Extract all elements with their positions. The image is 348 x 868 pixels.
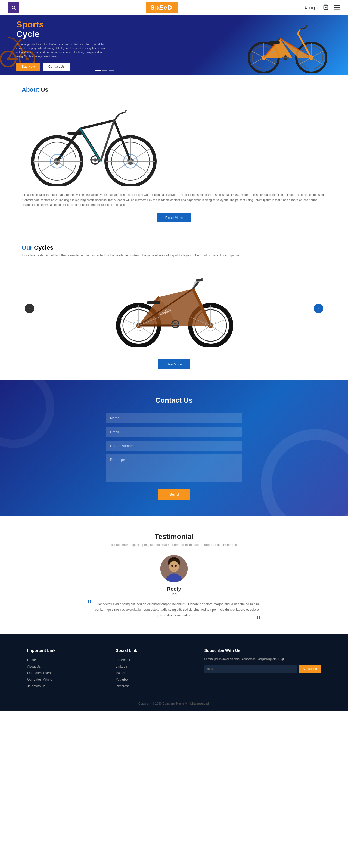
svg-line-110 xyxy=(211,317,231,326)
contact-email-input[interactable] xyxy=(106,427,242,437)
search-button[interactable] xyxy=(8,2,19,13)
svg-rect-4 xyxy=(334,5,340,6)
svg-point-2 xyxy=(305,6,307,8)
cycle-image: Voyijin xyxy=(106,269,242,348)
footer-important-title: Important Link xyxy=(27,648,105,653)
subscribe-email-input[interactable] xyxy=(204,665,297,673)
footer-link-pinterest[interactable]: Pinterest xyxy=(116,683,194,689)
footer-link-facebook[interactable]: Facebook xyxy=(116,657,194,663)
subscribe-row: Subscribe xyxy=(204,665,321,673)
testimonial-section: Testimonial consectetur adipiscing elit,… xyxy=(0,516,348,634)
cycles-section: Our Cycles It is a long established fact… xyxy=(0,233,348,380)
carousel-next-button[interactable]: › xyxy=(314,304,323,313)
footer-link-join[interactable]: Join With Us xyxy=(27,683,105,689)
footer-link-twitter[interactable]: Twitter xyxy=(116,670,194,676)
svg-rect-95 xyxy=(147,301,160,304)
contact-name-input[interactable] xyxy=(106,413,242,424)
subscribe-button[interactable]: Subscribe xyxy=(299,665,321,673)
footer-link-home[interactable]: Home xyxy=(27,657,105,663)
buy-now-button[interactable]: Buy Now xyxy=(16,63,40,71)
svg-line-43 xyxy=(311,51,323,58)
quote-right-icon: " xyxy=(256,618,261,625)
login-label: Login xyxy=(309,6,318,10)
cycles-title-highlight: Our xyxy=(22,244,32,251)
about-description: It is a long established fact that a rea… xyxy=(22,192,326,208)
send-button[interactable]: Send xyxy=(158,489,190,500)
logo-text: E xyxy=(159,4,164,11)
footer-link-event[interactable]: Our Latest Event xyxy=(27,670,105,676)
footer-social-links: Social Link Facebook LinkedIn Twitter Yo… xyxy=(116,648,194,689)
avatar-image xyxy=(160,555,188,582)
svg-line-59 xyxy=(125,110,126,112)
footer-grid: Important Link Home About Us Our Latest … xyxy=(27,648,321,689)
svg-rect-5 xyxy=(334,7,340,8)
footer-subscribe-title: Subscribe With Us xyxy=(204,648,321,653)
carousel-prev-button[interactable]: ‹ xyxy=(25,304,34,313)
footer-subscribe-text: Lorem ipsum dolor sit amet, consectetur … xyxy=(204,657,321,661)
contact-phone-input[interactable] xyxy=(106,440,242,451)
svg-point-117 xyxy=(171,565,173,567)
svg-point-16 xyxy=(7,58,9,60)
footer-link-about[interactable]: About Us xyxy=(27,663,105,670)
login-button[interactable]: Login xyxy=(304,6,318,10)
svg-rect-61 xyxy=(67,132,83,134)
hero-title-sports: Sports xyxy=(16,20,109,29)
svg-rect-97 xyxy=(196,279,202,281)
see-more-button[interactable]: See More xyxy=(158,360,190,369)
svg-line-41 xyxy=(299,58,311,64)
svg-line-54 xyxy=(80,121,114,129)
svg-line-103 xyxy=(122,326,139,336)
header-right: Login xyxy=(304,4,340,11)
dot-3[interactable] xyxy=(109,70,114,71)
carousel: ‹ xyxy=(22,263,326,354)
testimonial-avatar xyxy=(160,555,188,582)
testimonial-text: Consectetur adipiscing elit, sed do eius… xyxy=(87,601,261,618)
footer-copyright: Copyright © 2020 Company Name All rights… xyxy=(27,698,321,705)
footer-link-linkedin[interactable]: LinkedIn xyxy=(116,663,194,670)
svg-line-107 xyxy=(211,326,227,336)
svg-line-1 xyxy=(14,8,15,9)
read-more-button[interactable]: Read More xyxy=(157,213,191,222)
svg-line-29 xyxy=(298,29,300,33)
svg-point-119 xyxy=(173,567,175,568)
svg-line-30 xyxy=(300,28,306,29)
svg-point-0 xyxy=(12,6,15,9)
footer-link-article[interactable]: Our Latest Article xyxy=(27,676,105,683)
svg-point-118 xyxy=(175,565,177,567)
svg-line-79 xyxy=(80,129,101,161)
cycles-description: It is a long established fact that a rea… xyxy=(22,253,326,257)
svg-line-102 xyxy=(139,326,155,336)
cycles-title-rest: Cycles xyxy=(32,244,53,251)
svg-line-36 xyxy=(252,58,264,64)
svg-line-15 xyxy=(8,37,13,39)
about-section: About Us xyxy=(0,75,348,233)
footer-important-links: Important Link Home About Us Our Latest … xyxy=(27,648,105,689)
contact-form: Send xyxy=(106,413,242,500)
contact-message-input[interactable] xyxy=(106,455,242,482)
testimonial-role: (Icc) xyxy=(22,592,326,596)
hero-section: Sports Cycle It is a long established fa… xyxy=(0,16,348,75)
footer: Important Link Home About Us Our Latest … xyxy=(0,634,348,711)
footer-link-youtube[interactable]: Youtube xyxy=(116,676,194,683)
contact-bg-wheel2 xyxy=(0,380,54,448)
hamburger-menu-icon[interactable] xyxy=(334,4,340,11)
hero-content: Sports Cycle It is a long established fa… xyxy=(16,20,109,70)
hero-description: It is a long established fact that a rea… xyxy=(16,42,109,59)
testimonial-subtitle: consectetur adipiscing elit, sed do eius… xyxy=(22,543,326,547)
contact-bg-wheel xyxy=(261,429,348,516)
testimonial-title: Testimonial xyxy=(22,532,326,541)
svg-line-40 xyxy=(311,58,323,64)
svg-rect-33 xyxy=(269,41,280,43)
cart-icon[interactable] xyxy=(323,4,328,11)
contact-us-hero-button[interactable]: Contact Us xyxy=(43,63,70,71)
about-title-rest: Us xyxy=(39,86,49,93)
about-bike-image xyxy=(22,96,163,187)
hero-buttons: Buy Now Contact Us xyxy=(16,63,109,71)
hero-bike-right xyxy=(242,18,332,74)
about-title: About Us xyxy=(22,86,326,93)
svg-line-104 xyxy=(119,317,139,326)
svg-line-57 xyxy=(114,114,120,121)
logo-text2: D xyxy=(168,4,172,11)
testimonial-name: Rooty xyxy=(22,586,326,592)
svg-line-37 xyxy=(252,51,264,58)
